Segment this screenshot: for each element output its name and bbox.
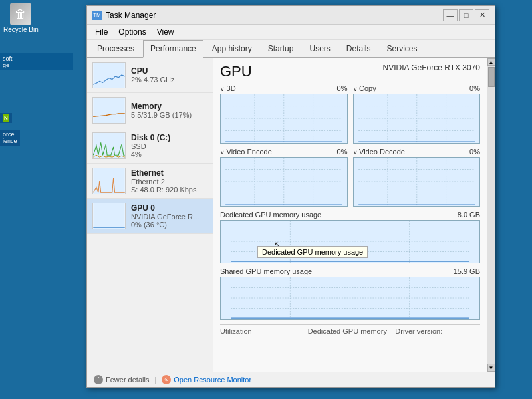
shared-memory-label: Shared GPU memory usage 15.9 GB <box>220 267 480 275</box>
bottom-dedicated-memory: Dedicated GPU memory <box>308 327 393 335</box>
dedicated-label-text: Dedicated GPU memory usage <box>220 211 321 219</box>
sidebar-item-ethernet[interactable]: Ethernet Ethernet 2 S: 48.0 R: 920 Kbps <box>87 164 213 199</box>
scroll-up-button[interactable]: ▲ <box>487 58 495 66</box>
sidebar-item-cpu[interactable]: CPU 2% 4.73 GHz <box>87 58 213 93</box>
gpu-header: GPU NVIDIA GeForce RTX 3070 <box>220 63 480 80</box>
disk-title: Disk 0 (C:) <box>131 133 207 142</box>
memory-info: Memory 5.5/31.9 GB (17%) <box>131 102 207 119</box>
tab-bar: Processes Performance App history Startu… <box>87 40 495 58</box>
minimize-button[interactable]: — <box>443 9 458 21</box>
footer-bar: ⌃ Fewer details | ⊙ Open Resource Monito… <box>87 372 495 387</box>
sidebar: CPU 2% 4.73 GHz Memory 5.5/31.9 GB (17%) <box>87 58 213 372</box>
svg-rect-4 <box>93 203 125 229</box>
main-panel: GPU NVIDIA GeForce RTX 3070 ∨ 3D 0% <box>213 58 487 372</box>
nvidia-taskbar: N <box>0 113 12 123</box>
menu-view[interactable]: View <box>152 26 180 38</box>
fewer-details-button[interactable]: ⌃ Fewer details <box>94 375 149 384</box>
graph-decode-area <box>353 157 481 207</box>
scroll-down-button[interactable]: ▼ <box>487 364 495 372</box>
recycle-bin-label: Recycle Bin <box>3 26 39 33</box>
graph-video-encode: ∨ Video Encode 0% <box>220 148 348 207</box>
shared-memory-section: Shared GPU memory usage 15.9 GB <box>220 267 480 320</box>
graph-decode-value: 0% <box>469 148 480 156</box>
graph-3d-label: ∨ 3D 0% <box>220 84 348 92</box>
fewer-details-icon: ⌃ <box>94 375 103 384</box>
shared-max-value: 15.9 GB <box>454 267 480 275</box>
taskbar-app-label: soft ge <box>0 53 73 70</box>
memory-subtitle: 5.5/31.9 GB (17%) <box>131 111 207 119</box>
cpu-subtitle: 2% 4.73 GHz <box>131 76 207 84</box>
recycle-bin-icon[interactable]: 🗑 Recycle Bin <box>3 3 39 33</box>
sidebar-item-disk[interactable]: Disk 0 (C:) SSD 4% <box>87 128 213 164</box>
gpu-thumb <box>92 203 126 229</box>
scroll-thumb[interactable] <box>488 67 495 87</box>
tab-services[interactable]: Services <box>380 40 425 57</box>
svg-rect-1 <box>93 98 125 123</box>
task-manager-window: TM Task Manager — □ ✕ File Options View … <box>86 5 495 388</box>
tab-users[interactable]: Users <box>302 40 337 57</box>
cpu-thumb <box>92 62 126 88</box>
open-resource-monitor-label: Open Resource Monitor <box>174 376 251 384</box>
resource-monitor-icon: ⊙ <box>162 375 171 384</box>
tab-processes[interactable]: Processes <box>90 40 142 57</box>
bottom-graphs-row: ∨ Video Encode 0% <box>220 148 480 207</box>
gpu-sidebar-subtitle1: NVIDIA GeForce R... <box>131 213 207 221</box>
maximize-button[interactable]: □ <box>459 9 473 21</box>
bottom-driver-version: Driver version: <box>395 327 480 335</box>
graph-encode-name: Video Encode <box>227 148 272 156</box>
dedicated-memory-tooltip: Dedicated GPU memory usage <box>257 246 368 258</box>
graph-encode-arrow-label: ∨ Video Encode <box>220 148 272 156</box>
graph-3d-area <box>220 94 348 144</box>
disk-subtitle1: SSD <box>131 142 207 150</box>
menu-options[interactable]: Options <box>113 26 151 38</box>
graph-3d-value: 0% <box>337 84 348 92</box>
taskbar-label-1: soft <box>3 55 70 62</box>
graph-decode-label: ∨ Video Decode 0% <box>353 148 481 156</box>
tab-startup[interactable]: Startup <box>261 40 301 57</box>
content-area: CPU 2% 4.73 GHz Memory 5.5/31.9 GB (17%) <box>87 58 495 372</box>
svg-rect-0 <box>93 63 125 88</box>
gpu-model: NVIDIA GeForce RTX 3070 <box>382 63 480 72</box>
graph-3d-name: 3D <box>227 84 236 92</box>
sidebar-item-gpu[interactable]: GPU 0 NVIDIA GeForce R... 0% (36 °C) <box>87 199 213 234</box>
vertical-scrollbar[interactable]: ▲ ▼ <box>487 58 495 372</box>
open-resource-monitor-button[interactable]: ⊙ Open Resource Monitor <box>162 375 251 384</box>
ethernet-subtitle2: S: 48.0 R: 920 Kbps <box>131 186 207 194</box>
graph-3d-arrow: ∨ <box>220 86 227 92</box>
disk-subtitle2: 4% <box>131 150 207 158</box>
fewer-details-label: Fewer details <box>106 376 149 384</box>
dedicated-memory-graph: Dedicated GPU memory usage ↖ <box>220 220 480 263</box>
graph-encode-value: 0% <box>337 148 348 156</box>
cpu-title: CPU <box>131 66 207 76</box>
dedicated-memory-label: Dedicated GPU memory usage 8.0 GB <box>220 211 480 219</box>
graph-decode-arrow-label: ∨ Video Decode <box>353 148 405 156</box>
sidebar-item-memory[interactable]: Memory 5.5/31.9 GB (17%) <box>87 93 213 128</box>
ethernet-subtitle1: Ethernet 2 <box>131 178 207 186</box>
window-title: Task Manager <box>106 11 156 20</box>
tab-app-history[interactable]: App history <box>205 40 259 57</box>
gpu-sidebar-subtitle2: 0% (36 °C) <box>131 221 207 229</box>
graph-copy-value: 0% <box>469 84 480 92</box>
title-bar-left: TM Task Manager <box>92 11 156 20</box>
memory-thumb <box>92 97 126 124</box>
disk-info: Disk 0 (C:) SSD 4% <box>131 133 207 158</box>
menu-file[interactable]: File <box>90 26 113 38</box>
close-button[interactable]: ✕ <box>475 9 489 21</box>
graph-decode-arrow: ∨ <box>353 149 360 156</box>
nvidia-logo: N <box>3 114 9 122</box>
shared-label-text: Shared GPU memory usage <box>220 267 312 275</box>
tab-details[interactable]: Details <box>339 40 378 57</box>
tab-performance[interactable]: Performance <box>143 40 203 58</box>
ethernet-info: Ethernet Ethernet 2 S: 48.0 R: 920 Kbps <box>131 168 207 194</box>
top-graphs-row: ∨ 3D 0% <box>220 84 480 144</box>
svg-rect-3 <box>93 168 125 194</box>
graph-video-decode: ∨ Video Decode 0% <box>353 148 481 207</box>
graph-copy-area <box>353 94 481 144</box>
cpu-info: CPU 2% 4.73 GHz <box>131 66 207 84</box>
main-with-scrollbar: GPU NVIDIA GeForce RTX 3070 ∨ 3D 0% <box>213 58 495 372</box>
dedicated-max-value: 8.0 GB <box>458 211 480 219</box>
menu-bar: File Options View <box>87 25 495 40</box>
gpu-sidebar-info: GPU 0 NVIDIA GeForce R... 0% (36 °C) <box>131 203 207 229</box>
gpu-title: GPU <box>220 63 252 80</box>
graph-copy-arrow-label: ∨ Copy <box>353 84 376 92</box>
